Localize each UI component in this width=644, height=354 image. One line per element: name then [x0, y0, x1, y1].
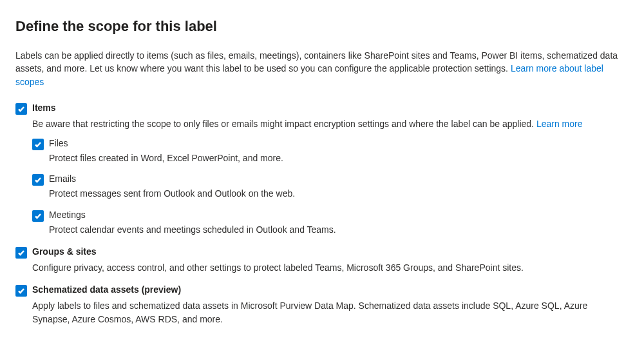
scope-items-header: Items: [15, 103, 629, 115]
check-icon: [34, 141, 42, 148]
items-desc: Be aware that restricting the scope to o…: [32, 117, 625, 130]
check-icon: [17, 287, 25, 295]
sub-emails-header: Emails: [32, 173, 629, 186]
sub-files: Files Protect files created in Word, Exc…: [32, 138, 629, 164]
files-checkbox[interactable]: [32, 139, 44, 150]
schematized-label: Schematized data assets (preview): [32, 284, 181, 295]
emails-desc: Protect messages sent from Outlook and O…: [49, 187, 629, 200]
schematized-desc: Apply labels to files and schematized da…: [32, 299, 625, 326]
check-icon: [17, 249, 25, 257]
sub-emails: Emails Protect messages sent from Outloo…: [32, 173, 629, 200]
items-learn-more-link[interactable]: Learn more: [536, 119, 583, 129]
groups-checkbox[interactable]: [15, 247, 27, 259]
scope-schematized-header: Schematized data assets (preview): [15, 284, 629, 297]
emails-checkbox[interactable]: [32, 174, 44, 186]
sub-meetings: Meetings Protect calendar events and mee…: [32, 210, 629, 236]
groups-label: Groups & sites: [32, 246, 97, 257]
schematized-checkbox[interactable]: [15, 285, 27, 297]
scope-groups-header: Groups & sites: [15, 246, 629, 259]
sub-files-header: Files: [32, 138, 629, 150]
scope-schematized: Schematized data assets (preview) Apply …: [15, 284, 629, 326]
meetings-label: Meetings: [49, 210, 86, 220]
items-label: Items: [32, 103, 56, 113]
page-title: Define the scope for this label: [15, 18, 629, 35]
check-icon: [34, 176, 42, 184]
check-icon: [17, 105, 25, 113]
items-checkbox[interactable]: [15, 103, 27, 115]
items-sub-list: Files Protect files created in Word, Exc…: [32, 138, 629, 236]
scope-items: Items Be aware that restricting the scop…: [15, 103, 629, 236]
intro-paragraph: Labels can be applied directly to items …: [15, 49, 629, 88]
items-desc-text: Be aware that restricting the scope to o…: [32, 119, 536, 129]
meetings-desc: Protect calendar events and meetings sch…: [49, 223, 629, 236]
emails-label: Emails: [49, 173, 76, 184]
files-label: Files: [49, 138, 68, 148]
sub-meetings-header: Meetings: [32, 210, 629, 222]
files-desc: Protect files created in Word, Excel Pow…: [49, 152, 629, 164]
groups-desc: Configure privacy, access control, and o…: [32, 261, 625, 274]
meetings-checkbox[interactable]: [32, 210, 44, 222]
scope-groups: Groups & sites Configure privacy, access…: [15, 246, 629, 274]
check-icon: [34, 212, 42, 220]
